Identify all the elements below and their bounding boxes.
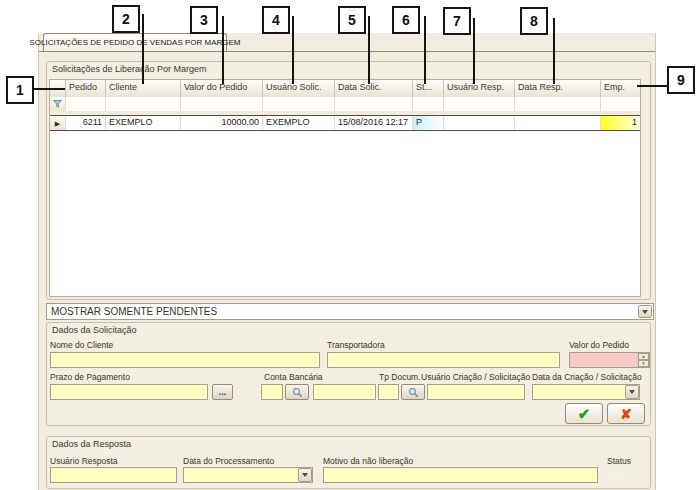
callout-line-5: [368, 16, 370, 84]
column-header-status[interactable]: St...: [413, 80, 444, 97]
chevron-down-icon[interactable]: [638, 305, 652, 318]
column-header-data-resp[interactable]: Data Resp.: [515, 80, 601, 97]
magnifier-icon[interactable]: [285, 384, 309, 400]
tabstrip-divider: [39, 51, 655, 52]
filter-cell-usuario-solic[interactable]: [263, 97, 335, 111]
grid-header-row: Pedido Cliente Valor do Pedido Usuário S…: [50, 80, 640, 97]
data-processamento-field[interactable]: [183, 467, 313, 483]
column-header-pedido[interactable]: Pedido: [66, 80, 106, 97]
data-criacao-field[interactable]: [532, 384, 640, 400]
column-header-data-solic[interactable]: Data Solic.: [335, 80, 413, 97]
tab-solicitacoes[interactable]: SOLICITAÇÕES DE PEDIDO DE VENDAS POR MAR…: [43, 33, 227, 51]
callout-line-4: [292, 16, 294, 84]
x-icon: ✘: [620, 407, 632, 421]
transportadora-field[interactable]: [327, 352, 560, 368]
filter-cell-status[interactable]: [413, 97, 444, 111]
cell-usuario-solic[interactable]: EXEMPLO: [263, 116, 335, 130]
prazo-de-pagamento-label: Prazo de Pagamento: [50, 372, 130, 382]
callout-box-3: 3: [190, 6, 218, 34]
chevron-down-icon[interactable]: [625, 385, 639, 399]
column-header-usuario-solic[interactable]: Usuário Solic.: [263, 80, 335, 97]
column-header-usuario-resp[interactable]: Usuário Resp.: [444, 80, 515, 97]
nome-do-cliente-label: Nome do Cliente: [50, 340, 113, 350]
conta-bancaria-code-field[interactable]: [261, 384, 283, 400]
usuario-criacao-field[interactable]: [427, 384, 525, 400]
show-pending-dropdown[interactable]: MOSTRAR SOMENTE PENDENTES: [46, 303, 654, 320]
cell-data-resp[interactable]: [515, 116, 601, 130]
show-pending-value: MOSTRAR SOMENTE PENDENTES: [47, 306, 217, 317]
filter-cell-cliente[interactable]: [106, 97, 181, 111]
cell-data-solic[interactable]: 15/08/2016 12:17: [335, 116, 413, 130]
chevron-down-icon[interactable]: [298, 468, 312, 482]
grid-filter-row: [50, 97, 640, 111]
cell-usuario-resp[interactable]: [444, 116, 515, 130]
motivo-nao-liberacao-label: Motivo da não liberação: [323, 456, 413, 466]
usuario-resposta-field[interactable]: [50, 467, 177, 483]
filter-cell-emp[interactable]: [601, 97, 640, 111]
tab-label: SOLICITAÇÕES DE PEDIDO DE VENDAS POR MAR…: [30, 38, 241, 47]
row-indicator-arrow-icon: ▶: [50, 116, 66, 130]
group-caption: Dados da Resposta: [52, 439, 131, 449]
callout-box-4: 4: [262, 6, 290, 34]
transportadora-label: Transportadora: [327, 340, 385, 350]
filter-cell-data-resp[interactable]: [515, 97, 601, 111]
group-caption: Dados da Solicitação: [52, 325, 137, 335]
funnel-icon: [50, 97, 66, 111]
callout-box-6: 6: [392, 6, 420, 34]
group-solicitacoes-liberacao: Solicitações de Liberação Por Margem Ped…: [46, 61, 651, 300]
callout-box-2: 2: [112, 5, 140, 33]
prazo-de-pagamento-field[interactable]: [50, 384, 208, 400]
data-processamento-wrapper: [183, 467, 313, 483]
spinner-down-icon[interactable]: ▾: [638, 360, 649, 367]
conta-bancaria-label: Conta Bancária: [264, 372, 323, 382]
data-processamento-label: Data do Processamento: [183, 456, 274, 466]
callout-box-7: 7: [443, 7, 471, 35]
orders-grid: Pedido Cliente Valor do Pedido Usuário S…: [49, 79, 641, 297]
group-caption: Solicitações de Liberação Por Margem: [52, 64, 207, 74]
filter-cell-pedido[interactable]: [66, 97, 106, 111]
callout-line-8: [553, 18, 555, 84]
grid-empty-area: [50, 131, 640, 296]
confirm-button[interactable]: ✔: [565, 403, 603, 424]
main-panel: SOLICITAÇÕES DE PEDIDO DE VENDAS POR MAR…: [38, 33, 656, 490]
usuario-resposta-label: Usuário Resposta: [50, 456, 118, 466]
callout-box-5: 5: [338, 6, 366, 34]
group-dados-solicitacao: Dados da Solicitação Nome do Cliente Tra…: [46, 322, 651, 426]
conta-bancaria-field[interactable]: [313, 384, 376, 400]
cell-valor-do-pedido[interactable]: 10000,00: [181, 116, 263, 130]
cancel-button[interactable]: ✘: [607, 403, 645, 424]
filter-cell-valor[interactable]: [181, 97, 263, 111]
prazo-de-pagamento-wrapper: ...: [50, 384, 233, 400]
callout-box-8: 8: [520, 7, 548, 35]
data-criacao-wrapper: [532, 384, 640, 400]
cell-emp[interactable]: 1: [601, 116, 640, 130]
motivo-nao-liberacao-field[interactable]: [323, 467, 598, 483]
valor-do-pedido-wrapper: ▴ ▾: [569, 352, 650, 368]
valor-do-pedido-label: Valor do Pedido: [569, 340, 629, 350]
ellipsis-browse-button[interactable]: ...: [212, 384, 233, 400]
spinner-up-icon[interactable]: ▴: [638, 353, 649, 360]
filter-cell-usuario-resp[interactable]: [444, 97, 515, 111]
value-spinner: ▴ ▾: [638, 353, 649, 366]
callout-line-7: [473, 18, 475, 84]
cell-pedido[interactable]: 6211: [66, 116, 106, 130]
tp-docum-code-field[interactable]: [378, 384, 399, 400]
callout-line-1: [34, 88, 65, 90]
nome-do-cliente-field[interactable]: [50, 352, 320, 368]
filter-cell-data-solic[interactable]: [335, 97, 413, 111]
status-value: Lib.: [609, 470, 624, 480]
magnifier-icon[interactable]: [401, 384, 425, 400]
status-label: Status: [607, 456, 631, 466]
cell-cliente[interactable]: EXEMPLO: [106, 116, 181, 130]
check-icon: ✔: [578, 406, 591, 421]
table-row[interactable]: ▶ 6211 EXEMPLO 10000,00 EXEMPLO 15/08/20…: [50, 115, 640, 131]
data-criacao-label: Data da Criação / Solicitação: [532, 372, 642, 382]
usuario-criacao-label: Usuário Criação / Solicitação: [421, 372, 530, 382]
column-header-emp[interactable]: Emp.: [601, 80, 640, 97]
cell-status[interactable]: P: [413, 116, 444, 130]
callout-line-9: [637, 85, 667, 87]
tp-docum-label: Tp Docum.: [379, 372, 421, 382]
group-dados-resposta: Dados da Resposta Usuário Resposta Data …: [46, 436, 651, 489]
callout-box-9: 9: [667, 66, 695, 94]
callout-line-2: [142, 14, 144, 84]
